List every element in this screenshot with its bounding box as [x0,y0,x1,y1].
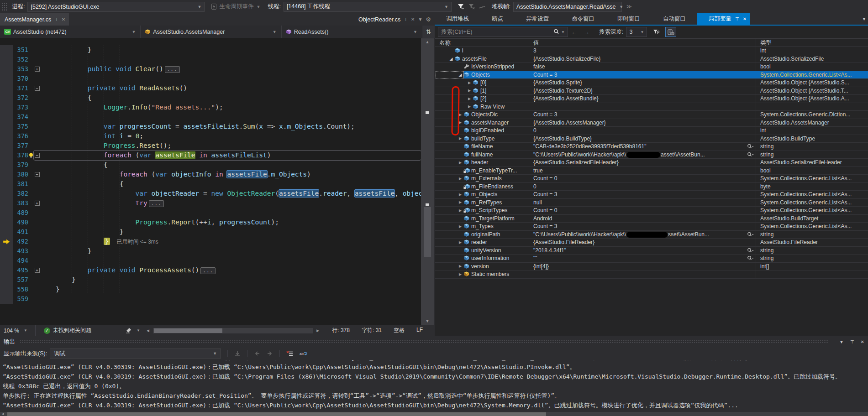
scroll-up-icon[interactable]: ▲ [421,38,434,46]
filter-clear-icon[interactable] [468,4,475,10]
locals-name-cell[interactable]: ▶[1] [435,87,529,95]
tab-objectreader[interactable]: ObjectReader.cs ⊤ ✕ ▼ ⚙ [354,13,435,26]
locals-name-cell[interactable]: ▶m_Externals [435,175,529,182]
fold-toggle-icon[interactable]: + [34,64,40,74]
locals-value-cell[interactable]: "2018.4.34f1" [529,247,756,255]
panel-tab[interactable]: 断点 [480,13,515,25]
split-editor-button[interactable]: ⇅ [422,26,435,38]
chevron-down-icon[interactable]: ▼ [561,30,565,34]
gear-icon[interactable]: ⚙ [426,16,431,23]
locals-value-cell[interactable]: Count = 3 [529,111,756,119]
search-input[interactable]: 搜索(Ctrl+E) ▼ [438,27,568,37]
tabs-overflow-icon[interactable]: ▼ [862,13,868,25]
flag-filter-button[interactable] [651,27,662,37]
code-line[interactable]: 370 [0,74,421,83]
filter-icon[interactable] [457,4,464,10]
prev-result-icon[interactable]: ← [571,29,577,36]
editor-horizontal-scrollbar[interactable]: ◄ ► [143,328,323,333]
locals-name-cell[interactable]: bigIDEnabled [435,127,529,135]
expander-icon[interactable]: ▶ [457,136,463,140]
locals-name-cell[interactable]: ▶[0] [435,79,529,87]
expander-icon[interactable]: ▶ [457,177,463,181]
flag-threads-icon[interactable] [479,4,486,10]
locals-name-cell[interactable]: ▶ObjectsDic [435,111,529,119]
code-line[interactable]: 495+private void ProcessAssets()... [0,265,421,275]
output-horizontal-scrollbar[interactable]: ◄ [0,412,868,416]
expander-icon[interactable]: ▶ [457,224,463,229]
fold-toggle-icon[interactable]: − [34,170,40,179]
pin-icon[interactable]: ⊤ [850,339,854,344]
expander-icon[interactable]: ▶ [457,264,463,268]
clear-all-icon[interactable] [286,351,293,357]
code-line[interactable]: 374 [0,112,421,122]
scroll-left-icon[interactable]: ◄ [1,412,5,416]
locals-value-cell[interactable] [529,270,756,278]
locals-name-cell[interactable]: i [435,47,529,55]
locals-name-cell[interactable]: ▶reader [435,239,529,246]
locals-name-cell[interactable]: ▶m_ScriptTypes [435,207,529,214]
locals-name-cell[interactable]: fullName [435,151,529,159]
expander-icon[interactable]: ▶ [466,104,473,109]
locals-row[interactable]: bigIDEnabled0int [435,127,868,135]
lightbulb-icon[interactable] [28,151,34,160]
expander-icon[interactable]: ▶ [466,88,473,93]
pin-icon[interactable]: ⊤ [735,16,739,21]
hscroll-thumb[interactable] [154,328,222,333]
locals-name-cell[interactable]: m_FileEndianess [435,183,529,191]
close-icon[interactable]: ✕ [861,339,864,344]
code-line[interactable]: 382var objectReader = new ObjectReader(a… [0,189,421,198]
locals-row[interactable]: ▶ObjectsDicCount = 3System.Collections.G… [435,111,868,119]
locals-row[interactable]: ▶buildType{AssetStudio.BuildType}AssetSt… [435,135,868,143]
code-editor[interactable]: 351}352353+public void Clear()...370371−… [0,38,421,325]
collapsed-region[interactable]: ... [165,66,180,73]
locals-value-cell[interactable]: Count = 0 [529,207,756,214]
code-cleanup-icon[interactable] [125,328,132,334]
previous-message-icon[interactable] [254,351,260,356]
locals-value-cell[interactable]: 0 [529,183,756,191]
format-specifier-button[interactable]: ab [665,27,676,37]
code-line[interactable]: 491} [0,227,421,237]
locals-name-cell[interactable]: ▶assetsManager [435,119,529,127]
code-line[interactable]: 489 [0,208,421,218]
locals-row[interactable]: m_FileEndianess0byte [435,183,868,191]
goto-message-icon[interactable] [234,351,241,357]
locals-value-cell[interactable]: {AssetStudio.SerializedFile} [529,55,756,63]
locals-name-cell[interactable]: ◢assetsFile [435,55,529,63]
current-statement-arrow-icon[interactable] [0,237,13,246]
expander-icon[interactable]: ▶ [457,272,463,276]
locals-name-cell[interactable]: ▶m_Types [435,223,529,230]
stack-frame-combo[interactable]: AssetStudio.AssetsManager.ReadAsse▼ [513,2,622,12]
locals-row[interactable]: ◢assetsFile{AssetStudio.SerializedFile}A… [435,55,868,63]
locals-name-cell[interactable]: IsVersionStripped [435,63,529,71]
scroll-left-icon[interactable]: ◄ [143,328,153,333]
code-line[interactable]: 351} [0,45,421,55]
magnifier-icon[interactable] [747,232,754,237]
scroll-right-icon[interactable]: ► [313,328,323,333]
locals-value-cell[interactable]: {AssetStudio.BuildType} [529,135,756,143]
code-line[interactable]: 493} [0,246,421,256]
tab-assetsmanager[interactable]: AssetsManager.cs ⊤ ✕ [0,13,69,26]
locals-row[interactable]: m_TargetPlatformAndroidAssetStudio.Build… [435,215,868,223]
close-icon[interactable]: ✕ [743,16,747,21]
locals-name-cell[interactable]: m_EnableTypeTr... [435,167,529,175]
project-dropdown[interactable]: C# AssetStudio (net472) ▼ [0,26,141,38]
locals-name-cell[interactable]: ▶header [435,159,529,166]
code-line[interactable]: 352 [0,55,421,64]
member-dropdown[interactable]: ReadAssets() ▼ [282,26,422,38]
locals-name-cell[interactable]: fileName [435,143,529,151]
locals-name-cell[interactable]: ▶m_Objects [435,191,529,198]
locals-row[interactable]: originalPath"C:\\Users\\Public\\work\\Ha… [435,231,868,239]
locals-name-cell[interactable]: ▶m_RefTypes [435,199,529,207]
next-message-icon[interactable] [267,351,273,356]
locals-row[interactable]: unityVersion"2018.4.34f1"string [435,247,868,255]
pin-icon[interactable]: ⊤ [54,17,58,22]
output-source-combo[interactable]: 调试 ▼ [50,348,221,359]
code-line[interactable]: 490Progress.Report(++i, progressCount); [0,218,421,227]
locals-row[interactable]: ▶[0]{AssetStudio.Sprite}AssetStudio.Obje… [435,79,868,87]
code-line[interactable]: 381{ [0,179,421,189]
issues-status[interactable]: 未找到相关问题 [53,327,91,334]
window-menu-icon[interactable]: ▼ [839,339,844,344]
output-line[interactable]: “AssetStudioGUI.exe” (CLR v4.0.30319: As… [0,372,868,381]
perf-tip[interactable]: 已用时间 <= 3ms [116,239,158,245]
pin-icon[interactable]: ⊤ [404,17,408,22]
